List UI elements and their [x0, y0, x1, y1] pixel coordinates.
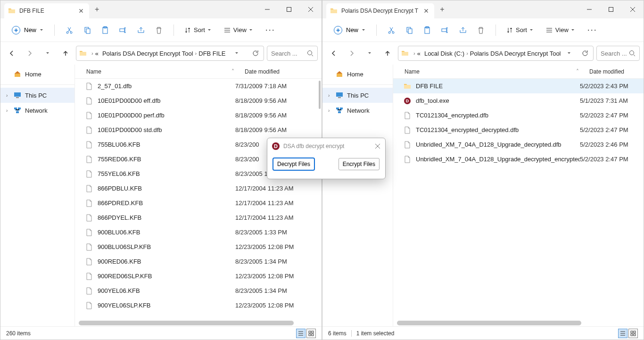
recent-button[interactable]	[362, 46, 377, 61]
breadcrumb-seg[interactable]: Polaris DSA Decrypt Encrypt Tool	[470, 50, 561, 57]
search-input[interactable]: Search ...	[596, 46, 640, 61]
file-row[interactable]: 10E01PD00D00 std.dfb8/18/2009 9:56 AM	[75, 123, 322, 137]
col-date[interactable]: Date modified	[243, 68, 322, 75]
file-list[interactable]: 2_57_01.dfb7/31/2009 7:18 AM10E01PD00D00…	[75, 79, 322, 320]
file-row[interactable]: 900BLU06SLP.KFB12/23/2005 12:08 PM	[75, 240, 322, 254]
breadcrumb[interactable]: › « Polaris DSA Decrypt Encrypt Tool › D…	[76, 46, 264, 61]
close-icon[interactable]	[423, 8, 429, 14]
sort-button[interactable]: Sort	[181, 25, 218, 35]
file-row[interactable]: Ddfb_tool.exe5/1/2023 7:31 AM	[393, 93, 644, 108]
hscroll[interactable]	[393, 320, 644, 326]
recent-button[interactable]	[40, 46, 55, 61]
file-row[interactable]: DFB FILE5/2/2023 2:43 PM	[393, 79, 644, 93]
forward-button[interactable]	[22, 46, 37, 61]
search-input[interactable]: Search ...	[267, 46, 318, 61]
file-row[interactable]: 2_57_01.dfb7/31/2009 7:18 AM	[75, 79, 322, 93]
forward-button[interactable]	[344, 46, 359, 61]
file-row[interactable]: 900BLU06.KFB8/23/2005 1:33 PM	[75, 225, 322, 240]
chevron-down-icon[interactable]	[567, 51, 571, 56]
sidebar-item-home[interactable]: Home	[0, 66, 74, 82]
close-window-button[interactable]	[300, 2, 322, 17]
close-window-button[interactable]	[622, 2, 644, 17]
icons-view-icon[interactable]	[306, 329, 316, 338]
delete-icon[interactable]	[473, 22, 489, 38]
maximize-button[interactable]	[278, 2, 300, 17]
expand-icon[interactable]: ›	[6, 108, 12, 113]
new-button[interactable]: +New	[8, 23, 48, 37]
details-view-icon[interactable]	[618, 329, 627, 338]
chevron-down-icon[interactable]	[234, 51, 239, 56]
breadcrumb[interactable]: › « Local Disk (C:) › Polaris DSA Decryp…	[398, 46, 594, 61]
expand-icon[interactable]: ›	[6, 93, 12, 98]
share-icon[interactable]	[455, 22, 471, 38]
file-row[interactable]: 900YEL06.KFB8/23/2005 1:34 PM	[75, 283, 322, 298]
rename-icon[interactable]	[437, 22, 453, 38]
add-tab-button[interactable]: +	[440, 5, 444, 14]
breadcrumb-seg[interactable]: Local Disk (C:)	[424, 50, 464, 57]
paste-icon[interactable]	[97, 22, 113, 38]
col-date[interactable]: Date modified	[587, 68, 644, 75]
view-button[interactable]: View	[220, 25, 260, 35]
file-row[interactable]: 866PDYEL.KFB12/17/2004 11:23 AM	[75, 210, 322, 225]
share-icon[interactable]	[133, 22, 149, 38]
breadcrumb-seg[interactable]: Polaris DSA Decrypt Encrypt Tool	[102, 50, 193, 57]
file-row[interactable]: 866PDRED.KFB12/17/2004 11:23 AM	[75, 196, 322, 210]
sidebar-item-thispc[interactable]: ›This PC	[0, 88, 74, 103]
sidebar-item-network[interactable]: ›Network	[0, 103, 74, 118]
up-button[interactable]	[380, 46, 395, 61]
sort-button[interactable]: Sort	[503, 25, 540, 35]
new-button[interactable]: +New	[330, 23, 370, 37]
col-name[interactable]: Name	[75, 68, 236, 75]
copy-icon[interactable]	[79, 22, 95, 38]
breadcrumb-overflow[interactable]: «	[95, 50, 99, 57]
close-icon[interactable]	[375, 143, 380, 149]
expand-icon[interactable]: ›	[328, 108, 334, 113]
copy-icon[interactable]	[401, 22, 417, 38]
details-view-icon[interactable]	[296, 329, 305, 338]
cut-icon[interactable]	[383, 22, 399, 38]
breadcrumb-overflow[interactable]: «	[417, 50, 421, 57]
sidebar-item-home[interactable]: Home	[322, 66, 393, 82]
file-row[interactable]: TC0121304_encrypted_decrypted.dfb5/2/202…	[393, 123, 644, 137]
add-tab-button[interactable]: +	[95, 5, 99, 14]
more-button[interactable]: ···	[262, 25, 279, 35]
file-row[interactable]: 900RED06.KFB8/23/2005 1:34 PM	[75, 254, 322, 269]
rename-icon[interactable]	[115, 22, 131, 38]
tab-dfb-file[interactable]: DFB FILE	[4, 3, 89, 18]
file-row[interactable]: 10E01PD00D00 eff.dfb8/18/2009 9:56 AM	[75, 93, 322, 108]
sidebar-item-network[interactable]: ›Network	[322, 103, 393, 118]
tab-polaris[interactable]: Polaris DSA Decrypt Encrypt T	[326, 3, 434, 18]
minimize-button[interactable]	[578, 2, 600, 17]
expand-icon[interactable]: ›	[328, 93, 334, 98]
close-icon[interactable]	[78, 8, 84, 14]
scrollbar-thumb[interactable]	[319, 81, 321, 109]
hscroll[interactable]	[75, 320, 322, 326]
refresh-button[interactable]	[248, 50, 259, 57]
file-row[interactable]: 900YEL06SLP.KFB12/23/2005 12:08 PM	[75, 298, 322, 313]
col-name[interactable]: Name	[393, 68, 581, 75]
back-button[interactable]	[4, 46, 19, 61]
dialog-titlebar[interactable]: D DSA dfb decrypt encrypt	[267, 138, 385, 154]
more-button[interactable]: ···	[584, 25, 601, 35]
file-row[interactable]: Unbridled_XM_7_04A_D128_Upgrade_decrypte…	[393, 152, 644, 166]
file-row[interactable]: 10E01PD00D00 perf.dfb8/18/2009 9:56 AM	[75, 108, 322, 123]
icons-view-icon[interactable]	[628, 329, 638, 338]
cut-icon[interactable]	[61, 22, 77, 38]
file-row[interactable]: TC0121304_encrypted.dfb5/2/2023 2:47 PM	[393, 108, 644, 123]
maximize-button[interactable]	[600, 2, 622, 17]
back-button[interactable]	[326, 46, 341, 61]
file-list[interactable]: DFB FILE5/2/2023 2:43 PMDdfb_tool.exe5/1…	[393, 79, 644, 320]
file-row[interactable]: 900RED06SLP.KFB12/23/2005 12:08 PM	[75, 269, 322, 283]
file-row[interactable]: Unbridled_XM_7_04A_D128_Upgrade_decrypte…	[393, 137, 644, 152]
view-button[interactable]: View	[542, 25, 582, 35]
sidebar-item-thispc[interactable]: ›This PC	[322, 88, 393, 103]
decrypt-button[interactable]: Decrypt Files	[273, 158, 314, 170]
breadcrumb-seg[interactable]: DFB FILE	[198, 50, 225, 57]
encrypt-button[interactable]: Encrypt Files	[339, 158, 380, 170]
delete-icon[interactable]	[151, 22, 167, 38]
minimize-button[interactable]	[256, 2, 278, 17]
refresh-button[interactable]	[577, 50, 588, 57]
file-row[interactable]: 866PDBLU.KFB12/17/2004 11:23 AM	[75, 181, 322, 196]
up-button[interactable]	[58, 46, 73, 61]
paste-icon[interactable]	[419, 22, 435, 38]
